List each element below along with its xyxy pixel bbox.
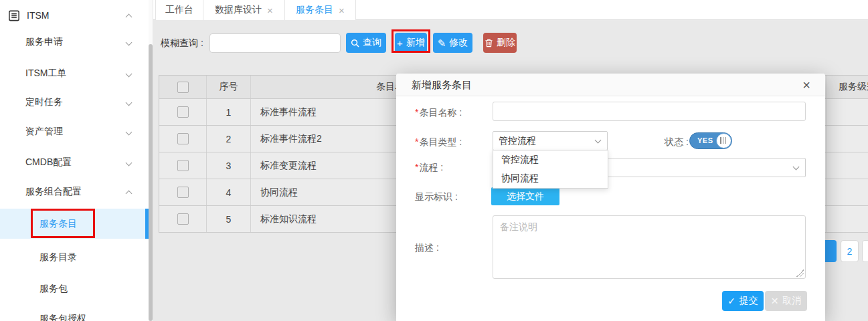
sidebar-item-label: 资产管理	[25, 126, 126, 138]
row-index: 1	[207, 99, 251, 125]
sidebar-root-label: ITSM	[27, 10, 126, 21]
status-label: 状态 :	[665, 136, 689, 148]
sidebar: ITSM 服务申请 ITSM工单 定时任务 资产管理 CMDB配置 服务组合配置	[0, 0, 153, 321]
query-button[interactable]: 查询	[346, 33, 386, 53]
tab-label: 服务条目	[296, 4, 333, 16]
x-icon: ✕	[771, 296, 779, 306]
sidebar-item-service-request[interactable]: 服务申请	[0, 32, 149, 52]
sidebar-item-itsm-root[interactable]: ITSM	[0, 5, 149, 25]
row-checkbox-cell	[159, 99, 207, 125]
plus-icon: +	[397, 38, 403, 48]
row-index: 4	[207, 179, 251, 205]
tab-label: 数据库设计	[215, 4, 262, 16]
row-checkbox[interactable]	[177, 213, 189, 225]
sidebar-item-itsm-ticket[interactable]: ITSM工单	[0, 64, 149, 84]
header-service-level: 服务级别	[827, 76, 868, 98]
chevron-down-icon	[126, 70, 133, 77]
row-checkbox-cell	[159, 206, 207, 232]
textarea-resize-grip[interactable]	[796, 270, 804, 277]
entry-name-label: *条目名称 :	[415, 107, 462, 119]
tab-close-icon[interactable]: ×	[339, 5, 345, 15]
chevron-down-icon	[126, 159, 133, 166]
modal-close-icon[interactable]: ×	[802, 76, 810, 94]
modal-title: 新增服务条目	[412, 79, 472, 92]
pagination-next-button[interactable]: ▶	[862, 240, 868, 262]
dropdown-option-collab-flow[interactable]: 协同流程	[493, 169, 608, 188]
sidebar-item-cmdb-config[interactable]: CMDB配置	[0, 152, 149, 173]
sidebar-item-label: 服务条目	[39, 218, 149, 230]
row-service-level	[827, 206, 868, 232]
row-checkbox[interactable]	[177, 187, 189, 198]
sidebar-item-label: ITSM工单	[25, 68, 126, 80]
tab-label: 工作台	[165, 4, 193, 16]
add-service-entry-modal: 新增服务条目 × *条目名称 : *条目类型 : 管控流程 状态 : YES *…	[396, 74, 825, 321]
entry-name-input[interactable]	[493, 102, 806, 121]
tab-workbench[interactable]: 工作台	[155, 0, 203, 20]
toggle-knob[interactable]	[716, 133, 731, 148]
modal-header: 新增服务条目 ×	[396, 74, 825, 96]
sidebar-item-scheduled-task[interactable]: 定时任务	[0, 92, 149, 112]
row-service-level	[827, 152, 868, 179]
sidebar-item-label: 服务组合配置	[25, 186, 126, 198]
row-index: 5	[207, 206, 251, 232]
sidebar-item-label: 服务目录	[39, 251, 149, 263]
sidebar-item-asset-mgmt[interactable]: 资产管理	[0, 122, 149, 142]
description-label: 描述 :	[415, 242, 439, 254]
fuzzy-query-input[interactable]	[209, 33, 341, 53]
flow-label: *流程 :	[415, 162, 443, 174]
row-index: 2	[207, 126, 251, 152]
chevron-down-icon	[793, 164, 800, 171]
chevron-down-icon	[595, 137, 602, 144]
tab-database-design[interactable]: 数据库设计 ×	[203, 0, 285, 20]
check-icon: ✓	[727, 296, 735, 306]
sidebar-item-label: 服务申请	[25, 36, 126, 48]
tab-service-entry[interactable]: 服务条目 ×	[285, 0, 356, 20]
row-service-level	[827, 126, 868, 152]
sidebar-item-label: CMDB配置	[25, 156, 126, 169]
sidebar-item-service-combo-config[interactable]: 服务组合配置	[0, 182, 149, 202]
row-checkbox[interactable]	[177, 160, 189, 171]
search-icon	[351, 39, 359, 47]
sidebar-scrollbar-thumb[interactable]	[149, 44, 153, 321]
display-icon-label: 显示标识 :	[415, 191, 458, 203]
cancel-button[interactable]: ✕ 取消	[765, 291, 807, 311]
sidebar-item-service-catalog[interactable]: 服务目录	[0, 247, 149, 268]
row-checkbox[interactable]	[177, 106, 189, 118]
chevron-down-icon	[126, 128, 133, 135]
row-checkbox-cell	[159, 152, 207, 179]
delete-button[interactable]: 删除	[483, 33, 517, 53]
header-index: 序号	[207, 76, 251, 98]
status-toggle[interactable]: YES	[689, 132, 732, 149]
sidebar-item-label: 定时任务	[25, 96, 126, 108]
tab-close-icon[interactable]: ×	[267, 5, 273, 15]
sidebar-item-service-package[interactable]: 服务包	[0, 279, 149, 299]
entry-type-label: *条目类型 :	[415, 136, 462, 148]
row-service-level	[827, 99, 868, 125]
description-textarea[interactable]	[493, 215, 806, 279]
pagination-page-2[interactable]: 2	[841, 240, 859, 262]
sidebar-item-service-package-auth[interactable]: 服务包授权	[0, 309, 149, 321]
add-button[interactable]: + 新增	[395, 33, 427, 53]
row-checkbox[interactable]	[177, 133, 189, 144]
chevron-down-icon	[126, 39, 133, 45]
chevron-down-icon	[126, 99, 133, 106]
menu-list-icon	[8, 9, 21, 22]
header-checkbox-cell	[159, 76, 207, 98]
row-checkbox-cell	[159, 179, 207, 205]
entry-type-select[interactable]: 管控流程	[493, 131, 608, 150]
sidebar-item-service-entry[interactable]: 服务条目	[0, 214, 149, 234]
row-service-level	[827, 179, 868, 205]
dropdown-option-control-flow[interactable]: 管控流程	[493, 150, 608, 169]
trash-icon	[485, 38, 493, 47]
entry-type-dropdown: 管控流程 协同流程	[493, 150, 608, 189]
pencil-icon: ✎	[438, 38, 446, 48]
select-all-checkbox[interactable]	[177, 82, 189, 93]
sidebar-item-label: 服务包授权	[39, 313, 149, 321]
submit-button[interactable]: ✓ 提交	[722, 291, 764, 311]
choose-file-button[interactable]: 选择文件	[491, 187, 559, 205]
screen: ITSM 服务申请 ITSM工单 定时任务 资产管理 CMDB配置 服务组合配置	[0, 0, 868, 321]
sidebar-item-label: 服务包	[39, 283, 149, 295]
chevron-up-icon	[126, 14, 133, 21]
fuzzy-query-label: 模糊查询 :	[161, 37, 203, 49]
edit-button[interactable]: ✎ 修改	[433, 33, 472, 53]
